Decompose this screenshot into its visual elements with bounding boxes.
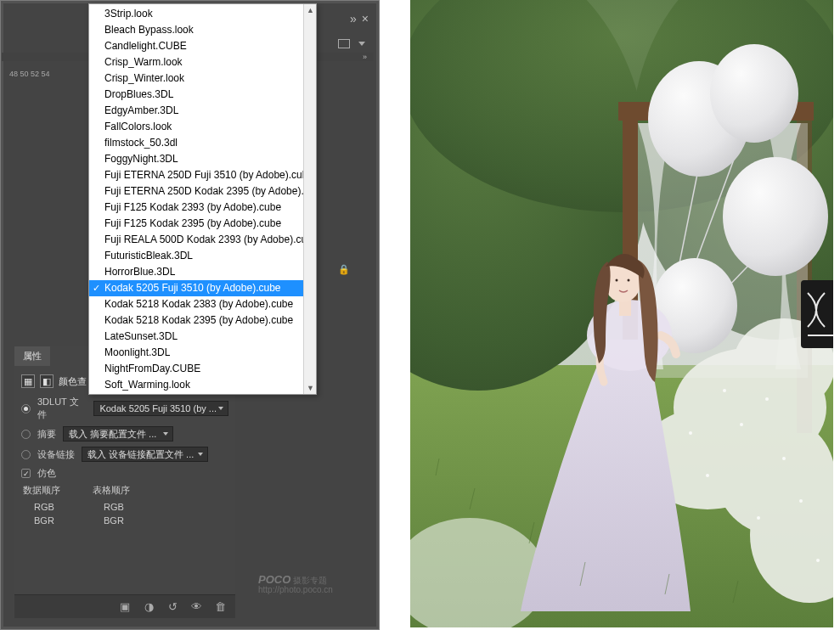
svg-point-16 xyxy=(740,423,743,426)
lut-option[interactable]: Fuji ETERNA 250D Fuji 3510 (by Adobe).cu… xyxy=(89,167,316,183)
table-order-label: 表格顺序 xyxy=(91,484,130,497)
abstract-row: 摘要 载入 摘要配置文件 ... xyxy=(14,424,235,444)
dither-label: 仿色 xyxy=(37,467,56,480)
abstract-label: 摘要 xyxy=(37,428,56,441)
svg-point-37 xyxy=(628,279,630,282)
lock-icon[interactable]: 🔒 xyxy=(338,264,350,275)
device-row: 设备链接 载入 设备链接配置文件 ... xyxy=(14,444,235,464)
lut-option[interactable]: Soft_Warming.look xyxy=(89,377,316,393)
lut-option[interactable]: EdgyAmber.3DL xyxy=(89,103,316,119)
table-order-bgr-label: BGR xyxy=(104,515,124,526)
svg-point-19 xyxy=(799,499,803,503)
device-select[interactable]: 载入 设备链接配置文件 ... xyxy=(82,447,208,462)
adjustment-title: 颜色查 xyxy=(59,375,87,388)
svg-point-22 xyxy=(816,559,820,562)
scroll-up-icon[interactable]: ▲ xyxy=(305,4,316,16)
delete-icon[interactable]: 🗑 xyxy=(213,600,227,614)
abstract-select[interactable]: 载入 摘要配置文件 ... xyxy=(63,426,173,442)
lut-file-select[interactable]: Kodak 5205 Fuji 3510 (by ... xyxy=(93,401,228,416)
abstract-radio[interactable] xyxy=(21,430,31,439)
preview-image xyxy=(410,0,833,627)
app-window: » × » 48 50 52 54 🔒 属性 ▦ ◧ 颜色查 3DLUT 文件 … xyxy=(0,0,380,630)
lut-option[interactable]: Moonlight.3DL xyxy=(89,345,316,361)
svg-point-20 xyxy=(706,474,709,477)
lut-option-list: 3Strip.lookBleach Bypass.lookCandlelight… xyxy=(89,4,316,394)
panel-collapse-icon[interactable]: » xyxy=(350,12,357,25)
lut-option[interactable]: HorrorBlue.3DL xyxy=(89,264,316,280)
lut-option[interactable]: FoggyNight.3DL xyxy=(89,151,316,167)
svg-point-17 xyxy=(765,397,769,401)
lut-option[interactable]: Candlelight.CUBE xyxy=(89,38,316,54)
lut-option[interactable]: Fuji F125 Kodak 2395 (by Adobe).cube xyxy=(89,216,316,232)
layout-icon[interactable] xyxy=(338,39,350,48)
data-order-group: 数据顺序 RGB BGR xyxy=(21,484,60,526)
data-order-bgr-label: BGR xyxy=(34,515,54,526)
lut-option[interactable]: TealOrangePlusContrast.3DL xyxy=(89,393,316,394)
ruler: 48 50 52 54 xyxy=(6,70,99,83)
watermark: POCO 摄影专题 http://photo.poco.cn xyxy=(258,575,333,594)
lut-option[interactable]: Kodak 5205 Fuji 3510 (by Adobe).cube xyxy=(89,280,316,296)
lut-option[interactable]: FallColors.look xyxy=(89,119,316,135)
data-order-rgb-label: RGB xyxy=(34,502,54,512)
device-radio[interactable] xyxy=(21,450,31,459)
table-order-rgb-label: RGB xyxy=(104,502,124,512)
lut-option[interactable]: NightFromDay.CUBE xyxy=(89,361,316,377)
svg-point-30 xyxy=(710,44,798,143)
clip-icon[interactable]: ▣ xyxy=(118,600,132,614)
lut-option[interactable]: Crisp_Winter.look xyxy=(89,70,316,87)
properties-bottom-bar: ▣ ◑ ↺ 👁 🗑 xyxy=(14,594,235,618)
properties-tab[interactable]: 属性 xyxy=(14,346,50,366)
prev-state-icon[interactable]: ◑ xyxy=(142,600,155,614)
dropdown-icon[interactable] xyxy=(358,42,365,46)
lut-option[interactable]: Fuji F125 Kodak 2393 (by Adobe).cube xyxy=(89,200,316,216)
order-groups: 数据顺序 RGB BGR 表格顺序 RGB BGR xyxy=(14,482,235,527)
svg-point-18 xyxy=(782,457,786,460)
visibility-icon[interactable]: 👁 xyxy=(189,600,203,614)
dither-checkbox[interactable] xyxy=(21,469,31,478)
svg-point-21 xyxy=(757,516,760,520)
panel-tabrow: » × xyxy=(350,6,374,31)
lut-file-label: 3DLUT 文件 xyxy=(37,396,87,421)
lut-option[interactable]: Fuji REALA 500D Kodak 2393 (by Adobe).cu… xyxy=(89,232,316,248)
watermark-brand: POCO xyxy=(258,573,290,586)
lut-option[interactable]: Bleach Bypass.look xyxy=(89,22,316,38)
svg-point-31 xyxy=(723,157,828,276)
lut-dropdown[interactable]: 3Strip.lookBleach Bypass.lookCandlelight… xyxy=(88,3,317,395)
lut-option[interactable]: 3Strip.look xyxy=(89,6,316,22)
dither-row: 仿色 xyxy=(14,464,235,482)
lut-file-row: 3DLUT 文件 Kodak 5205 Fuji 3510 (by ... xyxy=(14,393,235,424)
grid-icon: ▦ xyxy=(21,374,35,388)
data-order-label: 数据顺序 xyxy=(21,484,60,497)
svg-point-36 xyxy=(616,279,618,282)
lut-option[interactable]: Fuji ETERNA 250D Kodak 2395 (by Adobe).c… xyxy=(89,183,316,200)
lut-option[interactable]: DropBlues.3DL xyxy=(89,87,316,103)
lut-option[interactable]: Crisp_Warm.look xyxy=(89,54,316,70)
svg-point-15 xyxy=(723,389,726,392)
options-bar xyxy=(338,33,374,53)
scroll-down-icon[interactable]: ▼ xyxy=(305,382,316,394)
lut-option[interactable]: LateSunset.3DL xyxy=(89,329,316,345)
lut-option[interactable]: Kodak 5218 Kodak 2383 (by Adobe).cube xyxy=(89,296,316,312)
lut-option[interactable]: filmstock_50.3dl xyxy=(89,135,316,151)
lut-option[interactable]: FuturisticBleak.3DL xyxy=(89,248,316,264)
watermark-url: http://photo.poco.cn xyxy=(258,585,333,594)
mask-icon: ◧ xyxy=(40,374,54,388)
reset-icon[interactable]: ↺ xyxy=(166,600,179,614)
lut-file-radio[interactable] xyxy=(21,404,31,413)
panel-close-icon[interactable]: × xyxy=(362,12,369,25)
watermark-sub: 摄影专题 xyxy=(293,576,327,585)
device-label: 设备链接 xyxy=(37,448,75,461)
svg-point-23 xyxy=(689,431,692,435)
lut-option[interactable]: Kodak 5218 Kodak 2395 (by Adobe).cube xyxy=(89,312,316,329)
table-order-group: 表格顺序 RGB BGR xyxy=(91,484,130,526)
scrollbar[interactable]: ▲ ▼ xyxy=(303,4,316,394)
